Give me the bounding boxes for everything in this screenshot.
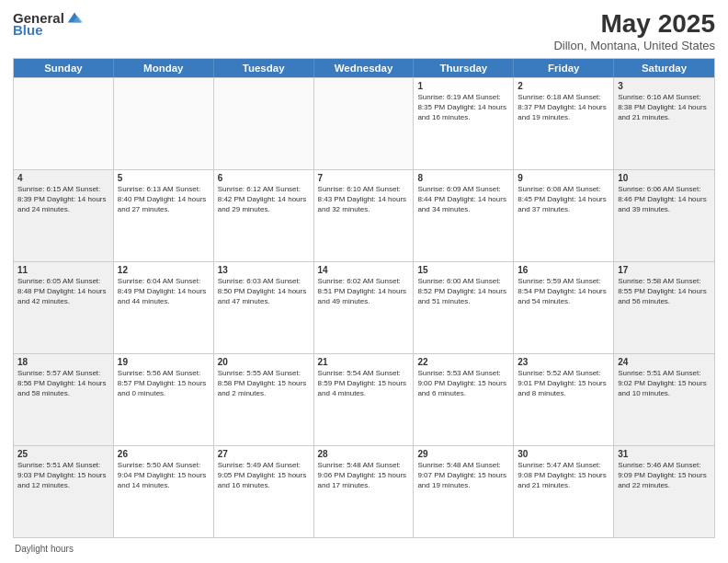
day-number-16: 16 — [518, 265, 609, 275]
day-cell-9: 9Sunrise: 6:08 AM Sunset: 8:45 PM Daylig… — [514, 170, 614, 261]
day-number-6: 6 — [218, 173, 310, 183]
day-number-14: 14 — [318, 265, 410, 275]
day-number-25: 25 — [17, 449, 109, 459]
day-number-20: 20 — [218, 357, 310, 367]
day-number-7: 7 — [318, 173, 410, 183]
logo-icon — [66, 9, 83, 26]
calendar: SundayMondayTuesdayWednesdayThursdayFrid… — [13, 58, 715, 538]
day-info-5: Sunrise: 6:13 AM Sunset: 8:40 PM Dayligh… — [118, 185, 210, 214]
daylight-label: Daylight hours — [15, 544, 74, 554]
day-info-19: Sunrise: 5:56 AM Sunset: 8:57 PM Dayligh… — [118, 369, 210, 398]
day-cell-15: 15Sunrise: 6:00 AM Sunset: 8:52 PM Dayli… — [414, 262, 514, 353]
footer: Daylight hours — [13, 544, 715, 554]
day-number-13: 13 — [218, 265, 310, 275]
day-cell-4: 4Sunrise: 6:15 AM Sunset: 8:39 PM Daylig… — [14, 170, 114, 261]
day-info-29: Sunrise: 5:48 AM Sunset: 9:07 PM Dayligh… — [417, 461, 509, 490]
day-number-17: 17 — [618, 265, 711, 275]
day-number-9: 9 — [518, 173, 609, 183]
day-number-10: 10 — [618, 173, 711, 183]
day-cell-26: 26Sunrise: 5:50 AM Sunset: 9:04 PM Dayli… — [114, 446, 214, 537]
calendar-header-cell-saturday: Saturday — [614, 59, 714, 77]
header: General Blue May 2025 Dillon, Montana, U… — [13, 9, 715, 52]
day-info-2: Sunrise: 6:18 AM Sunset: 8:37 PM Dayligh… — [518, 93, 609, 122]
calendar-body: 1Sunrise: 6:19 AM Sunset: 8:35 PM Daylig… — [14, 77, 714, 537]
day-cell-1: 1Sunrise: 6:19 AM Sunset: 8:35 PM Daylig… — [414, 78, 514, 169]
day-info-28: Sunrise: 5:48 AM Sunset: 9:06 PM Dayligh… — [318, 461, 410, 490]
day-cell-23: 23Sunrise: 5:52 AM Sunset: 9:01 PM Dayli… — [514, 354, 614, 445]
day-info-17: Sunrise: 5:58 AM Sunset: 8:55 PM Dayligh… — [618, 277, 711, 306]
calendar-header-cell-tuesday: Tuesday — [214, 59, 314, 77]
day-cell-22: 22Sunrise: 5:53 AM Sunset: 9:00 PM Dayli… — [414, 354, 514, 445]
calendar-header-cell-thursday: Thursday — [414, 59, 514, 77]
day-info-9: Sunrise: 6:08 AM Sunset: 8:45 PM Dayligh… — [518, 185, 609, 214]
day-cell-13: 13Sunrise: 6:03 AM Sunset: 8:50 PM Dayli… — [214, 262, 314, 353]
day-cell-19: 19Sunrise: 5:56 AM Sunset: 8:57 PM Dayli… — [114, 354, 214, 445]
subtitle: Dillon, Montana, United States — [553, 39, 715, 52]
day-cell-27: 27Sunrise: 5:49 AM Sunset: 9:05 PM Dayli… — [214, 446, 314, 537]
day-info-15: Sunrise: 6:00 AM Sunset: 8:52 PM Dayligh… — [417, 277, 509, 306]
day-info-12: Sunrise: 6:04 AM Sunset: 8:49 PM Dayligh… — [118, 277, 210, 306]
day-number-3: 3 — [618, 81, 711, 91]
day-info-25: Sunrise: 5:51 AM Sunset: 9:03 PM Dayligh… — [17, 461, 109, 490]
day-cell-2: 2Sunrise: 6:18 AM Sunset: 8:37 PM Daylig… — [514, 78, 614, 169]
day-number-19: 19 — [118, 357, 210, 367]
day-number-31: 31 — [618, 449, 711, 459]
day-info-27: Sunrise: 5:49 AM Sunset: 9:05 PM Dayligh… — [218, 461, 310, 490]
day-number-18: 18 — [17, 357, 109, 367]
day-cell-10: 10Sunrise: 6:06 AM Sunset: 8:46 PM Dayli… — [614, 170, 714, 261]
calendar-header-cell-monday: Monday — [114, 59, 214, 77]
day-cell-11: 11Sunrise: 6:05 AM Sunset: 8:48 PM Dayli… — [14, 262, 114, 353]
day-number-8: 8 — [417, 173, 509, 183]
day-info-22: Sunrise: 5:53 AM Sunset: 9:00 PM Dayligh… — [417, 369, 509, 398]
calendar-header-cell-wednesday: Wednesday — [314, 59, 415, 77]
day-number-21: 21 — [318, 357, 410, 367]
day-info-11: Sunrise: 6:05 AM Sunset: 8:48 PM Dayligh… — [17, 277, 109, 306]
calendar-week-1: 1Sunrise: 6:19 AM Sunset: 8:35 PM Daylig… — [14, 77, 714, 169]
calendar-week-3: 11Sunrise: 6:05 AM Sunset: 8:48 PM Dayli… — [14, 261, 714, 353]
logo-blue: Blue — [13, 22, 43, 38]
day-cell-24: 24Sunrise: 5:51 AM Sunset: 9:02 PM Dayli… — [614, 354, 714, 445]
day-info-10: Sunrise: 6:06 AM Sunset: 8:46 PM Dayligh… — [618, 185, 711, 214]
day-info-6: Sunrise: 6:12 AM Sunset: 8:42 PM Dayligh… — [218, 185, 310, 214]
day-cell-5: 5Sunrise: 6:13 AM Sunset: 8:40 PM Daylig… — [114, 170, 214, 261]
day-info-8: Sunrise: 6:09 AM Sunset: 8:44 PM Dayligh… — [417, 185, 509, 214]
empty-cell — [214, 78, 314, 169]
day-number-5: 5 — [118, 173, 210, 183]
day-number-26: 26 — [118, 449, 210, 459]
calendar-week-2: 4Sunrise: 6:15 AM Sunset: 8:39 PM Daylig… — [14, 169, 714, 261]
day-number-29: 29 — [417, 449, 509, 459]
day-info-4: Sunrise: 6:15 AM Sunset: 8:39 PM Dayligh… — [17, 185, 109, 214]
day-cell-25: 25Sunrise: 5:51 AM Sunset: 9:03 PM Dayli… — [14, 446, 114, 537]
day-info-31: Sunrise: 5:46 AM Sunset: 9:09 PM Dayligh… — [618, 461, 711, 490]
day-cell-30: 30Sunrise: 5:47 AM Sunset: 9:08 PM Dayli… — [514, 446, 614, 537]
day-info-16: Sunrise: 5:59 AM Sunset: 8:54 PM Dayligh… — [518, 277, 609, 306]
title-area: May 2025 Dillon, Montana, United States — [553, 9, 715, 52]
day-number-22: 22 — [417, 357, 509, 367]
logo: General Blue — [13, 9, 83, 38]
day-number-1: 1 — [417, 81, 509, 91]
calendar-week-4: 18Sunrise: 5:57 AM Sunset: 8:56 PM Dayli… — [14, 353, 714, 445]
day-number-24: 24 — [618, 357, 711, 367]
day-info-21: Sunrise: 5:54 AM Sunset: 8:59 PM Dayligh… — [318, 369, 410, 398]
calendar-header-cell-sunday: Sunday — [14, 59, 114, 77]
page: General Blue May 2025 Dillon, Montana, U… — [0, 0, 728, 563]
calendar-header: SundayMondayTuesdayWednesdayThursdayFrid… — [14, 59, 714, 77]
day-number-12: 12 — [118, 265, 210, 275]
day-cell-7: 7Sunrise: 6:10 AM Sunset: 8:43 PM Daylig… — [314, 170, 415, 261]
day-cell-20: 20Sunrise: 5:55 AM Sunset: 8:58 PM Dayli… — [214, 354, 314, 445]
day-cell-3: 3Sunrise: 6:16 AM Sunset: 8:38 PM Daylig… — [614, 78, 714, 169]
day-info-7: Sunrise: 6:10 AM Sunset: 8:43 PM Dayligh… — [318, 185, 410, 214]
day-info-30: Sunrise: 5:47 AM Sunset: 9:08 PM Dayligh… — [518, 461, 609, 490]
day-cell-31: 31Sunrise: 5:46 AM Sunset: 9:09 PM Dayli… — [614, 446, 714, 537]
day-cell-21: 21Sunrise: 5:54 AM Sunset: 8:59 PM Dayli… — [314, 354, 415, 445]
day-number-23: 23 — [518, 357, 609, 367]
empty-cell — [114, 78, 214, 169]
day-cell-6: 6Sunrise: 6:12 AM Sunset: 8:42 PM Daylig… — [214, 170, 314, 261]
empty-cell — [314, 78, 415, 169]
empty-cell — [14, 78, 114, 169]
day-info-13: Sunrise: 6:03 AM Sunset: 8:50 PM Dayligh… — [218, 277, 310, 306]
day-info-24: Sunrise: 5:51 AM Sunset: 9:02 PM Dayligh… — [618, 369, 711, 398]
day-info-1: Sunrise: 6:19 AM Sunset: 8:35 PM Dayligh… — [417, 93, 509, 122]
day-cell-16: 16Sunrise: 5:59 AM Sunset: 8:54 PM Dayli… — [514, 262, 614, 353]
day-number-28: 28 — [318, 449, 410, 459]
